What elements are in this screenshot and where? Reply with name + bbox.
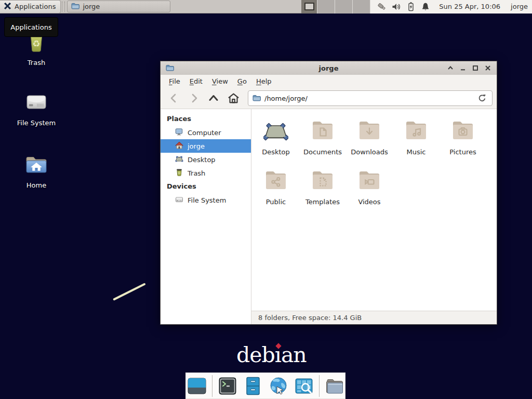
- svg-text:♻: ♻: [178, 171, 181, 175]
- file-item-label: Downloads: [351, 148, 388, 156]
- forward-button[interactable]: [184, 90, 203, 106]
- window-titlebar[interactable]: jorge: [161, 61, 497, 75]
- desktop-icon-file-system[interactable]: File System: [10, 89, 62, 127]
- location-bar: [248, 90, 493, 106]
- file-item-label: Music: [407, 148, 426, 156]
- file-item-public[interactable]: Public: [252, 165, 299, 215]
- dock-web-browser-button[interactable]: [268, 376, 289, 396]
- file-item-label: Documents: [303, 148, 342, 156]
- computer-icon: [175, 128, 183, 138]
- menu-help[interactable]: Help: [252, 76, 276, 87]
- drive16-icon: [175, 195, 183, 205]
- file-item-downloads[interactable]: Downloads: [346, 115, 393, 165]
- system-tray: [377, 2, 431, 12]
- dock-separator: [212, 375, 212, 397]
- sidebar-item-label: Trash: [188, 169, 205, 177]
- folder-icon-music: [404, 118, 429, 144]
- file-item-label: Desktop: [262, 148, 290, 156]
- taskbar-item-jorge[interactable]: jorge: [67, 1, 170, 12]
- location-folder-icon: [252, 94, 261, 103]
- workspace-4[interactable]: [353, 0, 370, 14]
- folder-icon-videos: [357, 168, 382, 194]
- desktop-icon-label: File System: [17, 119, 56, 127]
- home16-icon: [175, 141, 183, 151]
- dock-terminal-button[interactable]: [217, 376, 238, 396]
- dock-file-cabinet-button[interactable]: [243, 376, 263, 396]
- sidebar-item-label: jorge: [188, 142, 205, 150]
- menubar: FileEditViewGoHelp: [161, 75, 497, 88]
- close-window-button[interactable]: [484, 64, 491, 72]
- clock[interactable]: Sun 25 Apr, 10:06: [439, 3, 500, 10]
- file-item-templates[interactable]: Templates: [299, 165, 346, 215]
- file-item-label: Videos: [358, 198, 380, 206]
- desktop-icon-label: Trash: [28, 59, 45, 66]
- wallpaper-line-artifact: [113, 283, 145, 300]
- folder-icon-pictures: [450, 118, 475, 144]
- sidebar-item-label: Computer: [188, 129, 221, 137]
- workspace-pager: [301, 0, 370, 14]
- tooltip-text: Applications: [10, 23, 51, 31]
- sidebar: PlacesComputerjorgeDesktop♻TrashDevicesF…: [161, 109, 251, 324]
- statusbar: 8 folders, Free space: 14.4 GiB: [251, 311, 497, 324]
- file-item-videos[interactable]: Videos: [346, 165, 393, 215]
- applications-tooltip: Applications: [4, 17, 58, 37]
- toolbar: [161, 88, 497, 109]
- dock-show-desktop-button[interactable]: [187, 376, 207, 396]
- folder-small-icon: [71, 2, 79, 11]
- menu-edit[interactable]: Edit: [185, 76, 207, 87]
- menu-go[interactable]: Go: [233, 76, 251, 87]
- workspace-3[interactable]: [335, 0, 353, 14]
- file-item-desktop[interactable]: Desktop: [252, 115, 299, 165]
- panel-handle[interactable]: [62, 2, 65, 12]
- dock-app-finder-button[interactable]: [294, 376, 314, 396]
- notifications-tray-icon[interactable]: [420, 2, 431, 12]
- debian-i: ı: [275, 342, 281, 367]
- statusbar-text: 8 folders, Free space: 14.4 GiB: [258, 314, 362, 322]
- shade-window-button[interactable]: [446, 64, 454, 72]
- folder-icon-templates: [310, 168, 335, 194]
- workspace-1[interactable]: [301, 0, 317, 14]
- battery-tray-icon[interactable]: [406, 2, 416, 12]
- removable-media-tray-icon[interactable]: [377, 2, 387, 12]
- home-button[interactable]: [224, 90, 243, 106]
- folder-icon-documents: [310, 118, 335, 144]
- up-button[interactable]: [204, 90, 223, 106]
- back-button[interactable]: [165, 90, 183, 106]
- menu-view[interactable]: View: [208, 76, 232, 87]
- trash16-icon: ♻: [175, 168, 183, 178]
- file-item-label: Public: [266, 198, 286, 206]
- sidebar-item-file-system[interactable]: File System: [161, 193, 251, 207]
- dock-separator: [319, 375, 320, 397]
- debian-red-dot: [275, 343, 281, 349]
- applications-menu-label: Applications: [15, 3, 56, 10]
- dock: [185, 373, 345, 399]
- sidebar-item-computer[interactable]: Computer: [161, 126, 251, 139]
- minimize-window-button[interactable]: [459, 64, 467, 72]
- location-input[interactable]: [264, 95, 473, 102]
- folder-icon-desktop: [263, 118, 288, 144]
- file-item-music[interactable]: Music: [393, 115, 440, 165]
- sidebar-item-jorge[interactable]: jorge: [161, 139, 251, 153]
- window-controls: [446, 64, 491, 72]
- file-item-label: Templates: [305, 198, 340, 206]
- file-item-pictures[interactable]: Pictures: [440, 115, 486, 165]
- desktop-icon-home[interactable]: Home: [10, 152, 62, 189]
- sidebar-header-devices: Devices: [161, 180, 251, 193]
- sidebar-item-desktop[interactable]: Desktop: [161, 153, 251, 166]
- volume-tray-icon[interactable]: [391, 2, 402, 12]
- file-item-documents[interactable]: Documents: [299, 115, 346, 165]
- taskbar-item-label: jorge: [83, 3, 100, 10]
- reload-button[interactable]: [476, 92, 488, 104]
- maximize-window-button[interactable]: [471, 64, 479, 72]
- menu-file[interactable]: File: [165, 76, 184, 87]
- top-panel: Applications jorge Sun 25 Apr, 10:06 jor…: [0, 0, 532, 14]
- sidebar-item-trash[interactable]: ♻Trash: [161, 166, 251, 180]
- panel-right-zone: Sun 25 Apr, 10:06 jorge: [370, 0, 532, 14]
- applications-menu-button[interactable]: Applications: [0, 0, 61, 14]
- debian-logo: debıan: [236, 342, 307, 367]
- desktop-icon-label: Home: [26, 181, 46, 189]
- dock-directory-menu-button[interactable]: [324, 376, 345, 396]
- sidebar-header-places: Places: [161, 112, 251, 126]
- files-area: DesktopDocumentsDownloadsMusicPicturesPu…: [251, 109, 497, 311]
- workspace-2[interactable]: [317, 0, 335, 14]
